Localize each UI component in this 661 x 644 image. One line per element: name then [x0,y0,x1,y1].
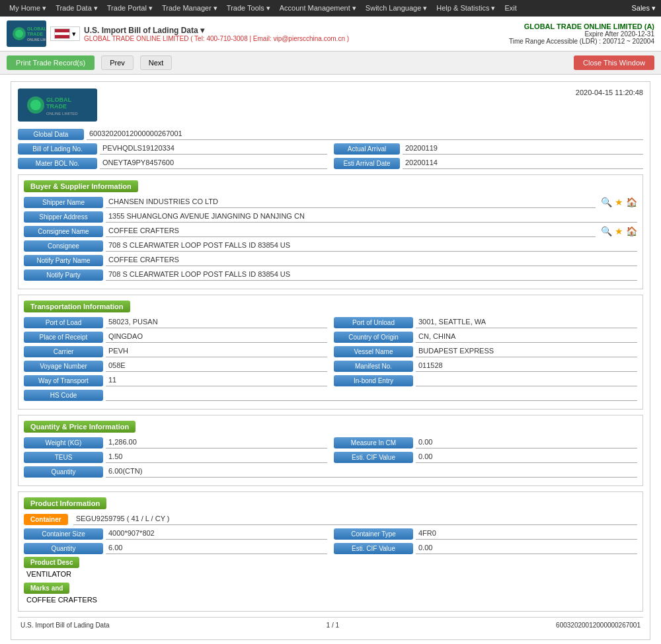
doc-footer-left: U.S. Import Bill of Lading Data [20,622,110,629]
consignee-name-label: Consignee Name [24,226,103,237]
nav-sales[interactable]: Sales ▾ [631,4,656,13]
time-range-info: Time Range Accessible (LDR) : 200712 ~ 2… [509,38,654,45]
home-icon[interactable]: 🏠 [626,197,637,207]
company-contact: GLOBAL TRADE ONLINE LIMITED ( Tel: 400-7… [84,35,349,42]
consignee-row: Consignee 708 S CLEARWATER LOOP POST FAL… [24,240,637,252]
prod-esti-cif-label: Esti. CIF Value [334,543,413,554]
star-icon[interactable]: ★ [615,197,623,207]
nav-switch-language[interactable]: Switch Language ▾ [362,3,431,14]
consignee-name-row: Consignee Name COFFEE CRAFTERS 🔍 ★ 🏠 [24,225,637,237]
place-of-receipt-value: QINGDAO [106,331,327,343]
nav-my-home[interactable]: My Home ▾ [5,3,50,14]
buyer-supplier-section: Buyer & Supplier Information Shipper Nam… [18,174,643,289]
hs-code-label: HS Code [24,390,103,401]
way-of-transport-value: 11 [106,375,327,386]
flag-arrow: ▾ [72,30,76,38]
notify-party-value: 708 S CLEARWATER LOOP POST FALLS ID 8385… [106,269,637,281]
nav-trade-tools[interactable]: Trade Tools ▾ [223,3,274,14]
container-label: Container [24,514,68,525]
svg-point-2 [15,30,23,38]
notify-party-name-value: COFFEE CRAFTERS [106,254,637,266]
port-of-unload-value: 3001, SEATTLE, WA [416,316,637,328]
hs-code-row: HS Code [24,389,637,401]
voyage-number-value: 058E [106,360,327,372]
product-section-label: Product Information [24,497,106,509]
consignee-name-value: COFFEE CRAFTERS [106,225,596,237]
consignee-icons: 🔍 ★ 🏠 [601,226,637,236]
voyage-number-label: Voyage Number [24,361,103,372]
country-of-origin-label: Country of Origin [334,332,413,343]
in-bond-entry-label: In-bond Entry [334,375,413,386]
buyer-supplier-label: Buyer & Supplier Information [24,180,138,192]
nav-trade-manager[interactable]: Trade Manager ▾ [158,3,221,14]
print-button-top[interactable]: Print Trade Record(s) [7,55,95,70]
nav-trade-data[interactable]: Trade Data ▾ [52,3,102,14]
consignee-search-icon[interactable]: 🔍 [601,226,612,236]
bol-label: Bill of Lading No. [18,143,97,155]
hs-code-value [106,389,637,401]
nav-exit[interactable]: Exit [500,3,520,14]
measure-in-cm-value: 0.00 [416,437,637,448]
receipt-origin-row: Place of Receipt QINGDAO Country of Orig… [24,331,637,343]
transport-inbond-row: Way of Transport 11 In-bond Entry [24,375,637,386]
in-bond-entry-value [416,375,637,386]
search-icon[interactable]: 🔍 [601,197,612,207]
flag-selector[interactable]: ▾ [50,26,80,41]
bol-row: Bill of Lading No. PEVHQDLS19120334 Actu… [18,143,643,155]
data-source-title[interactable]: U.S. Import Bill of Lading Data ▾ [84,26,349,35]
esti-arrival-label: Esti Arrival Date [334,158,400,169]
container-row: Container SEGU9259795 ( 41 / L / CY ) [24,513,637,525]
vessel-name-value: BUDAPEST EXPRESS [416,345,637,357]
prev-button-top[interactable]: Prev [101,55,134,70]
weight-label: Weight (KG) [24,437,103,448]
prod-qty-cif-row: Quantity 6.00 Esti. CIF Value 0.00 [24,542,637,554]
master-bol-label: Mater BOL No. [18,158,97,169]
esti-arrival-value: 20200114 [403,157,643,169]
weight-measure-row: Weight (KG) 1,286.00 Measure In CM 0.00 [24,437,637,448]
product-desc-label: Product Desc [24,557,79,568]
manifest-no-label: Manifest No. [334,361,413,372]
teus-label: TEUS [24,452,103,463]
nav-account-management[interactable]: Account Management ▾ [276,3,360,14]
shipper-address-value: 1355 SHUANGLONG AVENUE JIANGNING D NANJI… [106,211,637,223]
next-button-top[interactable]: Next [140,55,173,70]
way-of-transport-label: Way of Transport [24,375,103,386]
consignee-home-icon[interactable]: 🏠 [626,226,637,236]
expire-info: Expire After 2020-12-31 [509,30,654,38]
transportation-section: Transportation Information Port of Load … [18,295,643,410]
doc-footer-page: 1 / 1 [327,622,339,629]
container-size-type-row: Container Size 4000*907*802 Container Ty… [24,528,637,540]
port-of-load-value: 58023, PUSAN [106,316,327,328]
qp-quantity-value: 6.00(CTN) [106,466,637,478]
nav-help-statistics[interactable]: Help & Statistics ▾ [432,3,499,14]
logo-area: GLOBAL TRADE ONLINE LIMITED ▾ U.S. Impor… [7,20,349,47]
measure-in-cm-label: Measure In CM [334,437,413,448]
nav-trade-portal[interactable]: Trade Portal ▾ [103,3,157,14]
teus-value: 1.50 [106,451,327,463]
port-of-unload-label: Port of Unload [334,317,413,328]
container-type-value: 4FR0 [416,528,637,540]
svg-text:ONLINE LIMITED: ONLINE LIMITED [27,38,46,42]
action-bar-top: Print Trade Record(s) Prev Next Close Th… [0,52,661,75]
esti-cif-value: 0.00 [416,451,637,463]
svg-text:GLOBAL: GLOBAL [27,26,46,31]
actual-arrival-value: 20200119 [403,143,643,155]
consignee-label: Consignee [24,240,103,252]
quantity-price-section: Quantity & Price Information Weight (KG)… [18,415,643,486]
doc-footer-record-id: 60032020012000000267001 [556,622,641,629]
vessel-name-label: Vessel Name [334,346,413,357]
marks-label: Marks and [24,583,69,594]
us-flag [54,28,70,39]
transport-section-label: Transportation Information [24,301,130,312]
prod-esti-cif-value: 0.00 [416,542,637,554]
header-bar: GLOBAL TRADE ONLINE LIMITED ▾ U.S. Impor… [0,17,661,52]
document-container: GLOBAL TRADE ONLINE LIMITED 2020-04-15 1… [11,81,650,640]
notify-party-label: Notify Party [24,269,103,281]
close-button-top[interactable]: Close This Window [574,55,654,70]
carrier-vessel-row: Carrier PEVH Vessel Name BUDAPEST EXPRES… [24,345,637,357]
master-bol-value: ONEYTA9PY8457600 [100,157,327,169]
consignee-star-icon[interactable]: ★ [615,226,623,236]
container-type-label: Container Type [334,528,413,540]
product-desc-row: Product Desc VENTILATOR [24,557,637,580]
notify-party-row: Notify Party 708 S CLEARWATER LOOP POST … [24,269,637,281]
